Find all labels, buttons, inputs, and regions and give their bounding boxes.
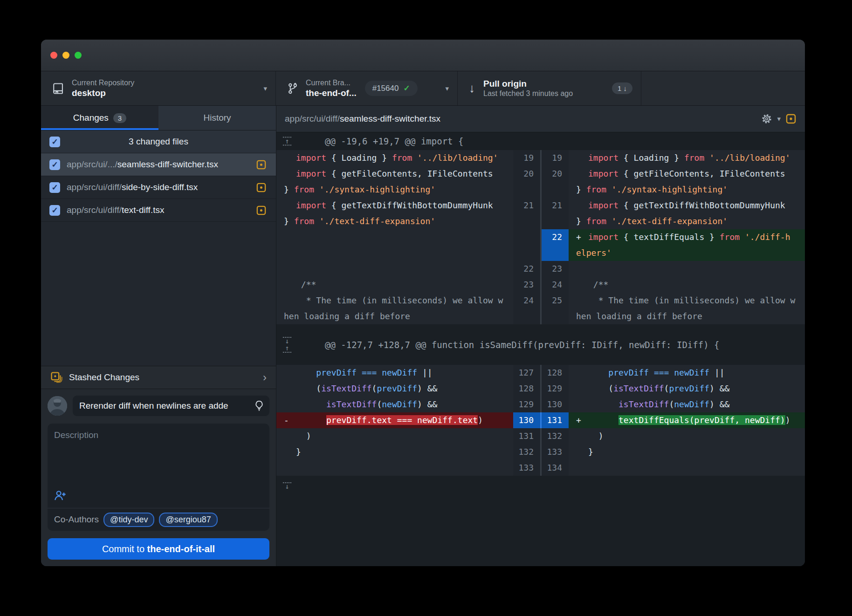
diff-line-old[interactable]: /** (276, 277, 513, 293)
diff-line-new[interactable] (569, 460, 805, 476)
diff-line-new[interactable]: ) (569, 428, 805, 444)
line-number-new[interactable] (542, 182, 569, 198)
line-number-new[interactable] (542, 308, 569, 324)
stashed-changes-row[interactable]: Stashed Changes › (41, 366, 276, 389)
diff-line-old[interactable]: - prevDiff.text === newDiff.text) (276, 412, 513, 428)
current-repository-button[interactable]: Current Repository desktop ▾ (41, 71, 276, 105)
line-number-old[interactable] (513, 308, 540, 324)
coauthor-chip[interactable]: @tidy-dev (103, 513, 154, 527)
diff-line-new[interactable]: * The time (in milliseconds) we allow w (569, 293, 805, 308)
expand-up-icon[interactable]: ↑ (283, 137, 291, 146)
include-file-checkbox[interactable]: ✓ (49, 182, 60, 193)
line-number-old[interactable]: 131 (513, 428, 540, 444)
file-row[interactable]: ✓app/src/ui/diff/text-diff.tsx (41, 199, 276, 222)
diff-line-old[interactable]: } (276, 444, 513, 460)
line-number-new[interactable]: 128 (542, 365, 569, 381)
line-number-new[interactable]: 129 (542, 381, 569, 397)
diff-line-old[interactable] (276, 261, 513, 277)
diff-line-new[interactable]: } from './text-diff-expansion' (569, 213, 805, 229)
diff-line-old[interactable]: import { getFileContents, IFileContents (276, 166, 513, 182)
line-number-old[interactable] (513, 245, 540, 261)
line-number-old[interactable] (513, 182, 540, 198)
expand-down-icon[interactable]: ↓ (283, 482, 291, 490)
diff-options-gear-icon[interactable] (761, 113, 772, 124)
diff-line-new[interactable] (569, 261, 805, 277)
lightbulb-icon[interactable] (254, 400, 265, 414)
line-number-old[interactable]: 128 (513, 381, 540, 397)
commit-description-area[interactable]: Description (48, 424, 269, 508)
include-file-checkbox[interactable]: ✓ (49, 205, 60, 216)
diff-line-new[interactable]: import { getTextDiffWithBottomDummyHunk (569, 198, 805, 213)
diff-line-old[interactable]: prevDiff === newDiff || (276, 365, 513, 381)
line-number-old[interactable]: 127 (513, 365, 540, 381)
line-number-new[interactable] (542, 245, 569, 261)
line-number-old[interactable]: 19 (513, 150, 540, 166)
diff-line-old[interactable] (276, 229, 513, 245)
diff-line-new[interactable]: +import { textDiffEquals } from './diff-… (569, 229, 805, 245)
diff-line-old[interactable]: import { getTextDiffWithBottomDummyHunk (276, 198, 513, 213)
line-number-new[interactable]: 134 (542, 460, 569, 476)
line-number-old[interactable] (513, 229, 540, 245)
diff-line-old[interactable]: * The time (in milliseconds) we allow w (276, 293, 513, 308)
line-number-new[interactable]: 20 (542, 166, 569, 182)
diff-options-caret[interactable]: ▾ (777, 115, 781, 123)
line-number-old[interactable]: 23 (513, 277, 540, 293)
commit-summary-input[interactable]: Rerender diff when newlines are adde (73, 396, 269, 416)
line-number-old[interactable]: 129 (513, 397, 540, 412)
diff-line-old[interactable]: hen loading a diff before (276, 308, 513, 324)
diff-line-new[interactable]: (isTextDiff(prevDiff) && (569, 381, 805, 397)
file-row[interactable]: ✓app/src/ui/diff/side-by-side-diff.tsx (41, 176, 276, 199)
line-number-new[interactable] (542, 213, 569, 229)
diff-line-old[interactable]: } from './text-diff-expansion' (276, 213, 513, 229)
minimize-window-button[interactable] (62, 52, 69, 59)
diff-line-old[interactable]: ) (276, 428, 513, 444)
line-number-old[interactable]: 21 (513, 198, 540, 213)
line-number-old[interactable]: 133 (513, 460, 540, 476)
line-number-old[interactable]: 24 (513, 293, 540, 308)
pull-origin-button[interactable]: ↓ Pull origin Last fetched 3 minutes ago… (458, 71, 641, 105)
diff-line-new[interactable]: } (569, 444, 805, 460)
line-number-new[interactable]: 24 (542, 277, 569, 293)
line-number-new[interactable]: 131 (542, 412, 569, 428)
line-number-new[interactable]: 25 (542, 293, 569, 308)
diff-line-new[interactable]: import { Loading } from '../lib/loading' (569, 150, 805, 166)
close-window-button[interactable] (50, 52, 57, 59)
diff-line-new[interactable]: elpers' (569, 245, 805, 261)
diff-line-new[interactable]: import { getFileContents, IFileContents (569, 166, 805, 182)
line-number-new[interactable]: 132 (542, 428, 569, 444)
diff-line-old[interactable]: (isTextDiff(prevDiff) && (276, 381, 513, 397)
line-number-old[interactable]: 20 (513, 166, 540, 182)
line-number-new[interactable]: 130 (542, 397, 569, 412)
diff-line-new[interactable]: + textDiffEquals(prevDiff, newDiff)) (569, 412, 805, 428)
current-branch-button[interactable]: Current Bra... the-end-of... #15640 ✓ ▾ (276, 71, 458, 105)
line-number-old[interactable]: 22 (513, 261, 540, 277)
coauthor-chip[interactable]: @sergiou87 (159, 513, 217, 527)
line-number-new[interactable]: 23 (542, 261, 569, 277)
diff-line-old[interactable]: import { Loading } from '../lib/loading' (276, 150, 513, 166)
diff-line-old[interactable] (276, 460, 513, 476)
tab-history[interactable]: History (158, 106, 276, 130)
diff-line-new[interactable]: isTextDiff(newDiff) && (569, 397, 805, 412)
diff-line-new[interactable]: } from './syntax-highlighting' (569, 182, 805, 198)
expand-down-icon[interactable]: ↓ (283, 337, 291, 344)
file-row[interactable]: ✓app/src/ui/.../seamless-diff-switcher.t… (41, 153, 276, 176)
include-all-checkbox[interactable]: ✓ (49, 137, 60, 147)
line-number-old[interactable] (513, 213, 540, 229)
line-number-old[interactable]: 130 (513, 412, 540, 428)
diff-line-new[interactable]: /** (569, 277, 805, 293)
line-number-new[interactable]: 19 (542, 150, 569, 166)
commit-button[interactable]: Commit to the-end-of-it-all (48, 538, 269, 560)
tab-changes[interactable]: Changes 3 (41, 106, 158, 130)
diff-line-old[interactable] (276, 245, 513, 261)
expand-up-icon[interactable]: ↑ (283, 345, 291, 353)
add-coauthor-icon[interactable] (54, 490, 66, 503)
commit-description-box[interactable]: Description Co-Authors @t (48, 424, 269, 531)
diff-line-new[interactable]: prevDiff === newDiff || (569, 365, 805, 381)
line-number-new[interactable]: 22 (542, 229, 569, 245)
pr-number-badge[interactable]: #15640 ✓ (365, 81, 418, 96)
include-file-checkbox[interactable]: ✓ (49, 159, 60, 170)
diff-line-old[interactable]: isTextDiff(newDiff) && (276, 397, 513, 412)
line-number-old[interactable]: 132 (513, 444, 540, 460)
zoom-window-button[interactable] (75, 52, 82, 59)
line-number-new[interactable]: 133 (542, 444, 569, 460)
